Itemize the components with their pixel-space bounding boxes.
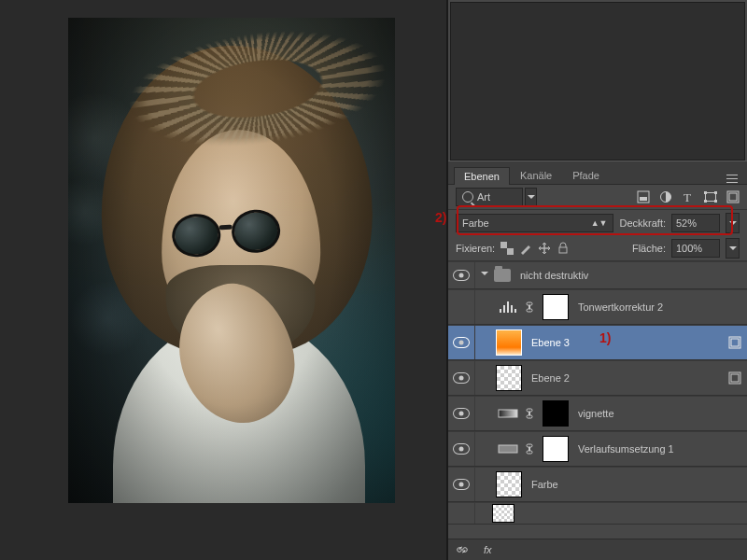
panel-menu-icon[interactable] (726, 173, 741, 184)
layer-row-farbe[interactable]: Farbe (448, 467, 747, 502)
layer-row-gradientmap[interactable]: Verlaufsumsetzung 1 (448, 431, 747, 467)
svg-text:fx: fx (484, 544, 492, 555)
layer-row-ebene2[interactable]: Ebene 2 (448, 360, 747, 396)
lock-transparent-icon[interactable] (500, 242, 514, 255)
visibility-toggle-icon[interactable] (453, 479, 470, 490)
disclosure-triangle-icon[interactable] (481, 272, 488, 279)
layer-mask-thumb[interactable] (543, 400, 569, 427)
filter-shape-icon[interactable] (704, 190, 717, 203)
svg-rect-1 (640, 197, 647, 201)
layer-row-extra[interactable] (448, 502, 747, 525)
svg-rect-28 (527, 415, 532, 418)
svg-rect-27 (527, 409, 532, 412)
visibility-toggle-icon[interactable] (453, 408, 470, 419)
gradient-adjustment-icon (496, 405, 520, 422)
layer-filter-type[interactable]: Art (456, 188, 523, 206)
svg-rect-12 (507, 248, 514, 255)
layer-filter-type-label: Art (477, 191, 490, 203)
visibility-toggle-icon[interactable] (453, 337, 470, 348)
tab-channels[interactable]: Kanäle (510, 166, 562, 184)
filter-type-icon[interactable]: T (682, 190, 695, 203)
svg-rect-30 (499, 445, 517, 453)
blend-mode-value: Farbe (462, 217, 489, 229)
svg-rect-23 (731, 339, 739, 346)
layers-panel-footer: fx (448, 539, 747, 560)
fill-label: Fläche: (632, 243, 666, 254)
svg-rect-4 (706, 193, 716, 202)
opacity-label: Deckkraft: (619, 217, 666, 229)
opacity-dropdown[interactable] (726, 213, 740, 233)
layer-name[interactable]: vignette (578, 408, 741, 419)
svg-rect-5 (704, 191, 707, 194)
advanced-blending-icon[interactable] (727, 336, 741, 349)
document-image (68, 18, 395, 503)
layer-thumb[interactable] (492, 504, 514, 523)
svg-rect-13 (559, 247, 567, 253)
gradientmap-adjustment-icon (496, 441, 520, 457)
folder-icon (494, 269, 511, 282)
svg-rect-29 (529, 412, 530, 415)
layer-mask-thumb[interactable] (543, 436, 569, 462)
fill-dropdown[interactable] (726, 238, 740, 259)
layer-thumb[interactable] (496, 365, 522, 391)
link-layers-icon[interactable] (456, 543, 469, 556)
svg-rect-8 (714, 200, 717, 203)
advanced-blending-icon[interactable] (727, 371, 741, 385)
layer-mask-thumb[interactable] (543, 294, 569, 320)
lock-position-icon[interactable] (538, 242, 551, 255)
opacity-field[interactable]: 52% (671, 214, 720, 232)
layer-style-icon[interactable]: fx (482, 543, 495, 556)
svg-rect-7 (704, 200, 707, 203)
layer-thumb[interactable] (496, 329, 522, 356)
mask-link-icon[interactable] (524, 301, 535, 314)
svg-rect-11 (500, 242, 507, 248)
lock-all-icon[interactable] (557, 242, 570, 255)
filter-smartobject-icon[interactable] (726, 190, 740, 203)
layer-name[interactable]: Ebene 2 (531, 372, 727, 384)
tab-paths[interactable]: Pfade (562, 166, 610, 184)
mask-link-icon[interactable] (524, 442, 535, 455)
lock-pixels-icon[interactable] (519, 242, 532, 255)
svg-rect-17 (511, 305, 513, 313)
layers-panel: Ebenen Kanäle Pfade Art T (448, 161, 747, 525)
layer-filter-type-dropdown[interactable] (525, 188, 537, 206)
filter-pixel-icon[interactable] (637, 190, 650, 203)
svg-rect-21 (529, 305, 530, 309)
svg-rect-18 (514, 309, 516, 313)
layer-row-ebene3[interactable]: Ebene 3 (448, 325, 747, 360)
filter-adjustment-icon[interactable] (659, 190, 672, 203)
layer-row-vignette[interactable]: vignette (448, 396, 747, 431)
svg-rect-32 (527, 451, 532, 454)
svg-text:T: T (684, 190, 691, 203)
fill-value: 100% (676, 243, 702, 254)
tab-layers[interactable]: Ebenen (454, 167, 510, 185)
layer-name[interactable]: Tonwertkorrektur 2 (578, 301, 741, 313)
visibility-toggle-icon[interactable] (453, 270, 470, 281)
fill-field[interactable]: 100% (671, 239, 720, 258)
layer-name[interactable]: Farbe (531, 479, 741, 490)
opacity-value: 52% (676, 217, 697, 229)
blend-mode-select[interactable]: Farbe ▲▼ (456, 214, 613, 232)
layer-name[interactable]: Ebene 3 (531, 337, 727, 348)
search-icon (462, 191, 473, 203)
layer-row-levels[interactable]: Tonwertkorrektur 2 (448, 289, 747, 325)
visibility-toggle-icon[interactable] (453, 443, 470, 455)
layer-group-row[interactable]: nicht destruktiv (448, 261, 747, 289)
svg-rect-16 (507, 301, 509, 313)
canvas-area[interactable] (0, 0, 446, 560)
svg-rect-14 (500, 309, 501, 313)
svg-rect-19 (527, 302, 532, 305)
svg-rect-20 (527, 309, 532, 312)
svg-rect-26 (499, 410, 517, 417)
layer-group-name[interactable]: nicht destruktiv (520, 270, 741, 281)
svg-rect-6 (714, 191, 717, 194)
svg-rect-25 (731, 374, 739, 382)
visibility-toggle-icon[interactable] (453, 372, 470, 384)
mask-link-icon[interactable] (524, 407, 535, 420)
svg-rect-33 (529, 447, 530, 451)
panels-dock: Ebenen Kanäle Pfade Art T (446, 0, 747, 560)
layer-name[interactable]: Verlaufsumsetzung 1 (578, 443, 741, 455)
layers-list: nicht destruktiv Tonwertkorrektur 2 (448, 261, 747, 525)
levels-adjustment-icon (496, 299, 520, 315)
layer-thumb[interactable] (496, 471, 522, 497)
